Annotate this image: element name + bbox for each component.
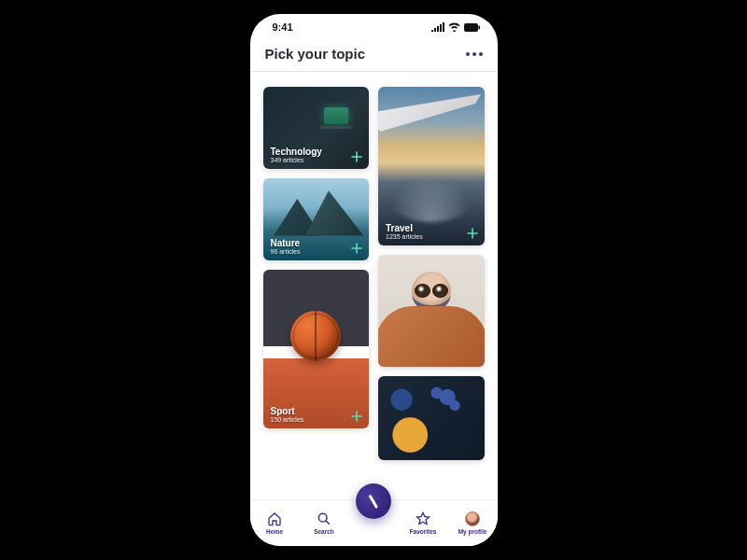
topic-title: Travel: [386, 223, 423, 233]
status-bar: 9:41: [250, 14, 498, 40]
search-icon: [317, 511, 331, 526]
add-topic-button[interactable]: [466, 227, 479, 240]
nav-home[interactable]: Home: [254, 511, 295, 535]
svg-rect-0: [464, 23, 478, 32]
svg-rect-1: [478, 25, 480, 29]
topic-card-travel[interactable]: Travel 1235 articles: [378, 87, 485, 245]
plus-icon: [351, 411, 362, 422]
topic-title: Sport: [271, 406, 304, 416]
plus-icon: [467, 349, 478, 360]
nav-profile[interactable]: My profile: [452, 511, 493, 535]
battery-icon: [464, 23, 481, 32]
topic-sub: 150 articles: [271, 416, 304, 423]
add-topic-button[interactable]: [350, 242, 363, 255]
add-topic-button[interactable]: [466, 348, 479, 361]
avatar-icon: [465, 511, 480, 526]
topic-title: Technology: [271, 147, 322, 157]
topic-sub: 720 articles: [386, 355, 421, 361]
topic-grid[interactable]: Technology 349 articles Nature 96 articl…: [250, 72, 498, 499]
signal-icon: [431, 22, 444, 32]
topic-sub: 1235 articles: [386, 233, 423, 240]
plus-icon: [351, 243, 362, 254]
nav-favorites[interactable]: Favorites: [402, 511, 444, 535]
header: Pick your topic: [250, 40, 498, 71]
phone-frame: 9:41 Pick your topic Technology 349 arti…: [250, 14, 498, 546]
nav-label: Search: [314, 528, 334, 535]
nav-label: Favorites: [410, 528, 437, 535]
topic-card-fashion[interactable]: Fashion 720 articles: [378, 255, 485, 367]
topic-card-food[interactable]: [378, 376, 485, 460]
add-topic-button[interactable]: [350, 150, 363, 163]
nav-search[interactable]: Search: [303, 511, 345, 535]
bottom-nav: Home Search Favorites My profile: [250, 499, 498, 546]
star-icon: [416, 511, 430, 526]
page-title: Pick your topic: [265, 46, 366, 62]
home-icon: [267, 511, 282, 526]
more-menu[interactable]: [466, 52, 483, 56]
topic-card-technology[interactable]: Technology 349 articles: [263, 87, 370, 169]
topic-sub: 349 articles: [271, 157, 322, 163]
topic-sub: 96 articles: [271, 248, 301, 255]
pen-icon: [369, 494, 378, 508]
plus-icon: [467, 228, 478, 239]
compose-fab[interactable]: [356, 483, 391, 519]
add-topic-button[interactable]: [350, 410, 363, 423]
topic-title: Fashion: [386, 344, 421, 355]
nav-label: My profile: [458, 528, 487, 535]
wifi-icon: [448, 22, 460, 32]
topic-card-sport[interactable]: Sport 150 articles: [263, 270, 370, 428]
topic-title: Nature: [271, 238, 301, 248]
status-time: 9:41: [273, 21, 293, 33]
status-icons: [431, 22, 481, 32]
topic-card-nature[interactable]: Nature 96 articles: [263, 178, 370, 260]
nav-label: Home: [266, 528, 283, 535]
plus-icon: [351, 151, 362, 162]
